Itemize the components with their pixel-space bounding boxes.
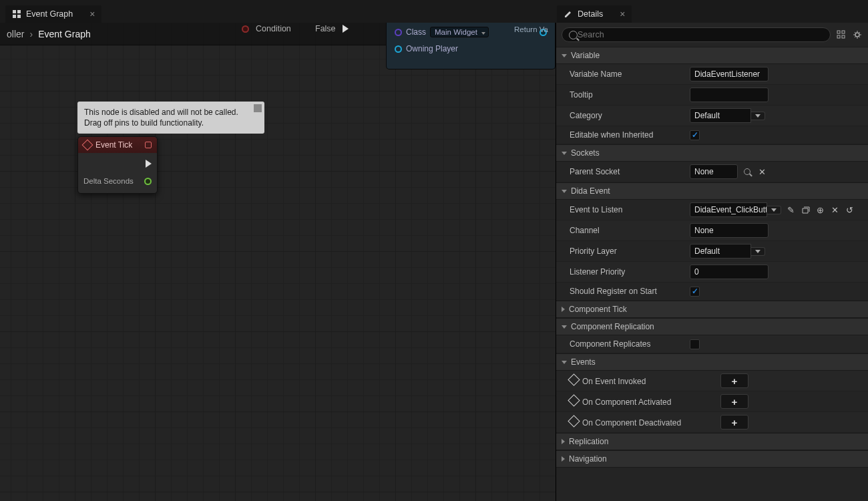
breadcrumb-current: Event Graph (38, 29, 91, 39)
node-header[interactable]: Event Tick (78, 137, 157, 153)
tab-label: Details (578, 9, 603, 19)
section-navigation[interactable]: Navigation (556, 450, 868, 468)
parent-socket-input[interactable] (690, 164, 738, 179)
event-icon (82, 140, 93, 151)
tab-event-graph[interactable]: Event Graph × (5, 5, 101, 23)
add-event-button[interactable]: + (720, 415, 748, 430)
svg-rect-3 (17, 15, 21, 18)
prop-editable-inherited: Editable when Inherited (556, 126, 868, 144)
breadcrumb-parent[interactable]: oller (7, 29, 24, 39)
add-event-button[interactable]: + (720, 394, 748, 409)
svg-point-8 (855, 33, 859, 37)
svg-rect-6 (837, 35, 840, 38)
node-event-tick[interactable]: Event Tick Delta Seconds (77, 136, 158, 194)
node-create-widget[interactable]: Return Va Class Main Widget Owning Playe… (386, 23, 556, 69)
section-variable[interactable]: Variable (556, 47, 868, 64)
section-sockets[interactable]: Sockets (556, 144, 868, 162)
class-pin-icon[interactable] (395, 29, 402, 36)
gear-icon[interactable] (852, 29, 863, 40)
chevron-right-icon: › (29, 29, 33, 39)
pin-icon (254, 104, 262, 112)
priority-layer-dropdown[interactable]: Default (690, 244, 765, 259)
add-event-button[interactable]: + (720, 373, 748, 388)
reset-icon[interactable]: ↺ (844, 204, 855, 215)
prop-tooltip: Tooltip (556, 85, 868, 106)
variable-name-input[interactable] (690, 67, 769, 81)
browse-icon[interactable] (742, 166, 752, 177)
event-icon (568, 373, 580, 385)
prop-on-component-deactivated: On Component Deactivated + (556, 412, 868, 433)
tooltip-input[interactable] (690, 88, 769, 102)
prop-parent-socket: Parent Socket ✕ (556, 162, 868, 182)
clear-icon[interactable]: ✕ (829, 204, 840, 215)
svg-rect-5 (842, 31, 845, 33)
svg-rect-4 (837, 31, 840, 33)
section-component-replication[interactable]: Component Replication (556, 318, 868, 335)
prop-priority-layer: Priority Layer Default (556, 241, 868, 262)
svg-rect-0 (13, 10, 16, 13)
event-icon (568, 394, 580, 406)
add-icon[interactable]: ⊕ (815, 204, 825, 215)
exec-pin-icon[interactable] (343, 25, 349, 33)
prop-channel: Channel (556, 220, 868, 241)
prop-register-on-start: Should Register on Start (556, 283, 868, 301)
object-pin-icon[interactable] (395, 45, 402, 53)
node-tooltip: This node is disabled and will not be ca… (77, 102, 264, 134)
section-component-tick[interactable]: Component Tick (556, 301, 868, 318)
prop-category: Category Default (556, 106, 868, 126)
grid-icon[interactable] (836, 29, 847, 40)
exec-out-pin[interactable] (146, 160, 152, 168)
tab-details[interactable]: Details × (557, 5, 632, 23)
bool-pin-icon[interactable] (242, 25, 249, 33)
class-dropdown[interactable]: Main Widget (430, 27, 489, 37)
node-pin-condition[interactable]: Condition (242, 24, 291, 33)
event-dropdown[interactable]: DidaEvent_ClickButto (690, 202, 781, 217)
prop-listener-priority: Listener Priority (556, 262, 868, 283)
prop-on-component-activated: On Component Activated + (556, 391, 868, 412)
editable-checkbox[interactable] (690, 130, 700, 140)
prop-event-to-listen: Event to Listen DidaEvent_ClickButto ✎ ⊕… (556, 200, 868, 220)
section-dida-event[interactable]: Dida Event (556, 182, 868, 200)
prop-variable-name: Variable Name (556, 64, 868, 85)
event-icon (568, 415, 580, 427)
prop-on-event-invoked: On Event Invoked + (556, 371, 868, 391)
register-checkbox[interactable] (690, 287, 700, 297)
channel-input[interactable] (690, 223, 769, 238)
graph-icon (12, 9, 21, 19)
replicates-checkbox[interactable] (690, 339, 700, 349)
float-out-pin[interactable] (144, 178, 152, 185)
svg-rect-2 (13, 15, 16, 18)
category-dropdown[interactable]: Default (690, 108, 765, 123)
node-pin-false[interactable]: False (315, 24, 349, 33)
clear-icon[interactable]: ✕ (756, 166, 767, 177)
svg-rect-1 (17, 10, 21, 13)
tab-label: Event Graph (26, 9, 73, 19)
section-events[interactable]: Events (556, 353, 868, 371)
edit-icon[interactable]: ✎ (785, 204, 796, 215)
section-replication[interactable]: Replication (556, 433, 868, 450)
search-icon (569, 31, 578, 39)
node-marker-icon (145, 142, 152, 148)
close-icon[interactable]: × (89, 9, 95, 19)
browse-icon[interactable] (800, 204, 811, 215)
prop-component-replicates: Component Replicates (556, 335, 868, 353)
search-input[interactable] (562, 27, 831, 42)
event-graph-canvas[interactable]: oller › Event Graph Zoom 1:1 Condition F… (0, 23, 556, 501)
pencil-icon (564, 9, 573, 19)
svg-rect-7 (842, 35, 845, 38)
priority-input[interactable] (690, 265, 769, 279)
details-panel: Variable Variable Name Tooltip Category … (556, 23, 868, 501)
close-icon[interactable]: × (620, 9, 625, 19)
